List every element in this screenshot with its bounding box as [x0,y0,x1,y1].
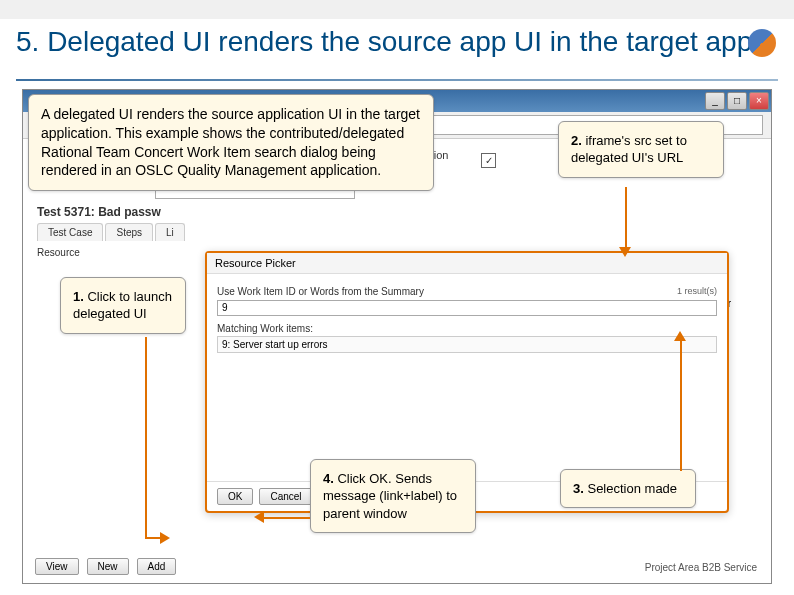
window-minimize-button[interactable]: _ [705,92,725,110]
arrow-2-head-icon [619,247,631,257]
search-label: Use Work Item ID or Words from the Summa… [217,286,717,297]
dialog-title: Resource Picker [207,253,727,274]
window-close-button[interactable]: × [749,92,769,110]
slide-title: 5. Delegated UI renders the source app U… [0,19,794,61]
view-button[interactable]: View [35,558,79,575]
callout-step-2: 2. iframe's src set to delegated UI's UR… [558,121,724,178]
arrow-1-head-icon [160,532,170,544]
cancel-button[interactable]: Cancel [259,488,312,505]
test-title: Test 5371: Bad passw [37,205,757,219]
results-count: 1 result(s) [677,286,717,296]
tab-steps[interactable]: Steps [105,223,153,241]
add-button[interactable]: Add [137,558,177,575]
new-button[interactable]: New [87,558,129,575]
arrow-1 [145,337,147,537]
arrow-3 [680,336,682,471]
matching-label: Matching Work items: [217,323,717,334]
project-area-text: Project Area B2B Service [645,562,757,573]
arrow-4-head-icon [254,511,264,523]
tab-links[interactable]: Li [155,223,185,241]
action-buttons: View New Add [35,558,176,575]
callout-step-3: 3. Selection made [560,469,696,509]
title-divider [16,79,778,81]
callout-main: A delegated UI renders the source applic… [28,94,434,192]
arrow-2 [625,187,627,252]
callout-step-1: 1. Click to launch delegated UI [60,277,186,334]
company-logo-icon [748,29,776,57]
window-maximize-button[interactable]: □ [727,92,747,110]
result-item[interactable]: 9: Server start up errors [217,336,717,353]
arrow-3-head-icon [674,331,686,341]
config-checkbox[interactable]: ✓ [481,153,496,168]
search-input[interactable] [217,300,717,316]
arrow-4 [260,517,310,519]
callout-step-4: 4. Click OK. Sends message (link+label) … [310,459,476,534]
ok-button[interactable]: OK [217,488,253,505]
tab-test-case[interactable]: Test Case [37,223,103,241]
test-tabs: Test Case Steps Li [37,223,757,241]
